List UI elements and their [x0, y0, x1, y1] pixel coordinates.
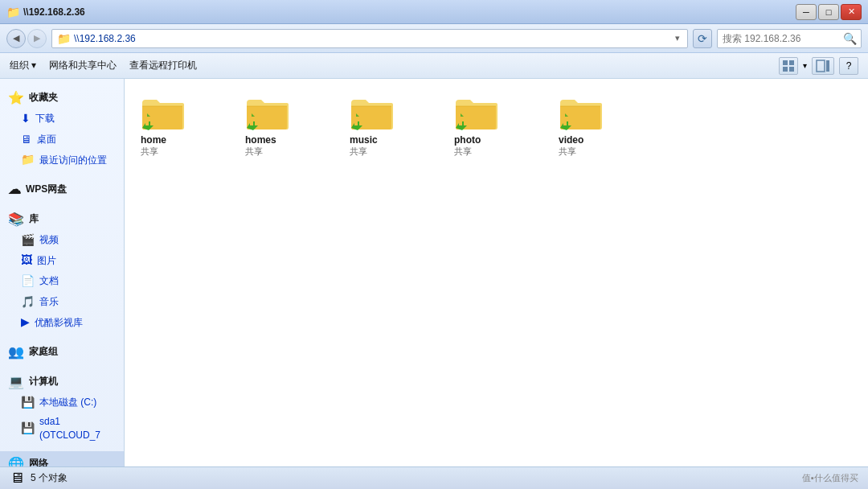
- view-toggle-button[interactable]: [779, 57, 798, 75]
- sidebar: ⭐ 收藏夹 ⬇ 下载 🖥 桌面 📁 最近访问的位置 ☁ WPS网盘 📚 库 🎬: [0, 79, 125, 466]
- address-bar-area: ◀ ▶ 📁 ▾ ⟳ 🔍: [0, 24, 868, 53]
- videos-icon: 🎬: [21, 232, 35, 249]
- pictures-icon: 🖼: [21, 253, 32, 269]
- folder-item-homes[interactable]: homes 共享: [242, 92, 330, 161]
- status-computer-icon: 🖥: [10, 470, 24, 487]
- folder-icon-wrapper: [350, 95, 394, 131]
- sidebar-section-library: 📚 库: [0, 207, 124, 230]
- sidebar-item-downloads[interactable]: ⬇ 下载: [0, 109, 124, 129]
- sidebar-item-music[interactable]: 🎵 音乐: [0, 292, 124, 313]
- documents-icon: 📄: [21, 273, 35, 290]
- folder-shortcut-icon: [141, 113, 158, 131]
- wps-icon: ☁: [8, 182, 21, 197]
- homegroup-icon: 👥: [8, 344, 24, 360]
- toolbar-organize[interactable]: 组织 ▾: [10, 59, 36, 72]
- title-bar-text: \\192.168.2.36: [23, 6, 85, 18]
- recent-icon: 📁: [21, 152, 35, 168]
- folder-item-video[interactable]: video 共享: [555, 92, 644, 161]
- view-dropdown-arrow[interactable]: ▾: [803, 61, 807, 70]
- folder-sublabel: 共享: [454, 146, 472, 158]
- sidebar-item-local-disk[interactable]: 💾 本地磁盘 (C:): [0, 392, 124, 413]
- folder-sublabel: 共享: [350, 146, 367, 158]
- status-branding: 值▪什么值得买: [802, 472, 858, 484]
- toolbar-view-remote-printer[interactable]: 查看远程打印机: [129, 59, 197, 72]
- svg-rect-0: [783, 60, 788, 65]
- local-disk-icon: 💾: [21, 395, 35, 411]
- title-bar-left: 📁 \\192.168.2.36: [6, 6, 85, 18]
- nav-buttons: ◀ ▶: [6, 29, 47, 48]
- folder-icon-wrapper: [141, 95, 185, 131]
- sda1-icon: 💾: [21, 421, 35, 437]
- folder-name: homes: [245, 134, 276, 146]
- sidebar-section-wps[interactable]: ☁ WPS网盘: [0, 177, 124, 200]
- sidebar-section-favorites: ⭐ 收藏夹: [0, 85, 124, 109]
- favorites-icon: ⭐: [8, 90, 24, 105]
- folder-sublabel: 共享: [559, 146, 576, 158]
- folder-item-music[interactable]: music 共享: [346, 92, 435, 161]
- status-left: 🖥 5 个对象: [10, 470, 68, 487]
- sidebar-item-recent[interactable]: 📁 最近访问的位置: [0, 150, 124, 171]
- folder-icon-wrapper: [245, 95, 289, 131]
- sidebar-item-sda1[interactable]: 💾 sda1 (OTCLOUD_7: [0, 413, 124, 445]
- sidebar-item-youku[interactable]: ▶ 优酷影视库: [0, 312, 124, 333]
- folder-shortcut-icon: [454, 113, 472, 131]
- address-dropdown-button[interactable]: ▾: [673, 33, 682, 43]
- network-icon: 🌐: [8, 456, 24, 466]
- svg-rect-5: [826, 60, 829, 72]
- toolbar: 组织 ▾ 网络和共享中心 查看远程打印机 ▾ ?: [0, 53, 868, 79]
- folder-shortcut-icon: [559, 113, 576, 131]
- window-icon: 📁: [6, 6, 20, 18]
- status-bar: 🖥 5 个对象 值▪什么值得买: [0, 466, 868, 489]
- address-folder-icon: 📁: [57, 32, 71, 45]
- svg-rect-4: [817, 60, 825, 72]
- toolbar-network-share-center[interactable]: 网络和共享中心: [49, 59, 117, 72]
- back-button[interactable]: ◀: [6, 29, 26, 48]
- forward-button[interactable]: ▶: [27, 29, 47, 48]
- sidebar-item-desktop[interactable]: 🖥 桌面: [0, 129, 124, 150]
- main-content: ⭐ 收藏夹 ⬇ 下载 🖥 桌面 📁 最近访问的位置 ☁ WPS网盘 📚 库 🎬: [0, 79, 868, 466]
- address-input[interactable]: [74, 33, 673, 44]
- sidebar-item-documents[interactable]: 📄 文档: [0, 271, 124, 292]
- folder-icon-wrapper: [559, 95, 603, 131]
- folder-shortcut-icon: [245, 113, 263, 131]
- preview-pane-button[interactable]: [812, 57, 834, 75]
- search-input[interactable]: [723, 33, 843, 44]
- desktop-icon: 🖥: [21, 132, 32, 148]
- title-bar-controls: ─ □ ✕: [796, 4, 862, 20]
- folder-sublabel: 共享: [141, 146, 158, 158]
- status-text: 5 个对象: [31, 471, 68, 485]
- downloads-icon: ⬇: [21, 111, 31, 127]
- folder-name: video: [559, 134, 583, 146]
- toolbar-right: ▾ ?: [779, 57, 858, 75]
- folder-item-home[interactable]: home 共享: [137, 92, 226, 161]
- search-area[interactable]: 🔍: [717, 29, 862, 48]
- file-area: home 共享 homes 共享: [125, 79, 868, 466]
- folder-sublabel: 共享: [245, 146, 263, 158]
- title-bar: 📁 \\192.168.2.36 ─ □ ✕: [0, 0, 868, 24]
- library-icon: 📚: [8, 212, 24, 227]
- sidebar-item-videos[interactable]: 🎬 视频: [0, 230, 124, 251]
- youku-icon: ▶: [21, 314, 30, 331]
- folder-shortcut-icon: [350, 113, 367, 131]
- help-button[interactable]: ?: [839, 57, 858, 75]
- folder-name: music: [350, 134, 378, 146]
- svg-rect-2: [783, 67, 788, 72]
- folder-item-photo[interactable]: photo 共享: [451, 92, 539, 161]
- sidebar-section-computer: 💻 计算机: [0, 369, 124, 392]
- sidebar-section-homegroup[interactable]: 👥 家庭组: [0, 339, 124, 363]
- svg-rect-1: [789, 60, 794, 65]
- folder-icon-wrapper: [454, 95, 498, 131]
- refresh-button[interactable]: ⟳: [693, 29, 712, 48]
- music-library-icon: 🎵: [21, 294, 35, 310]
- folder-name: home: [141, 134, 166, 146]
- minimize-button[interactable]: ─: [796, 4, 817, 20]
- svg-rect-3: [789, 67, 794, 72]
- computer-icon: 💻: [8, 374, 24, 389]
- search-icon[interactable]: 🔍: [843, 32, 857, 45]
- address-input-wrapper[interactable]: 📁 ▾: [51, 29, 688, 48]
- folder-name: photo: [454, 134, 481, 146]
- sidebar-item-pictures[interactable]: 🖼 图片: [0, 250, 124, 271]
- close-button[interactable]: ✕: [841, 4, 862, 20]
- maximize-button[interactable]: □: [818, 4, 839, 20]
- sidebar-section-network[interactable]: 🌐 网络: [0, 451, 124, 466]
